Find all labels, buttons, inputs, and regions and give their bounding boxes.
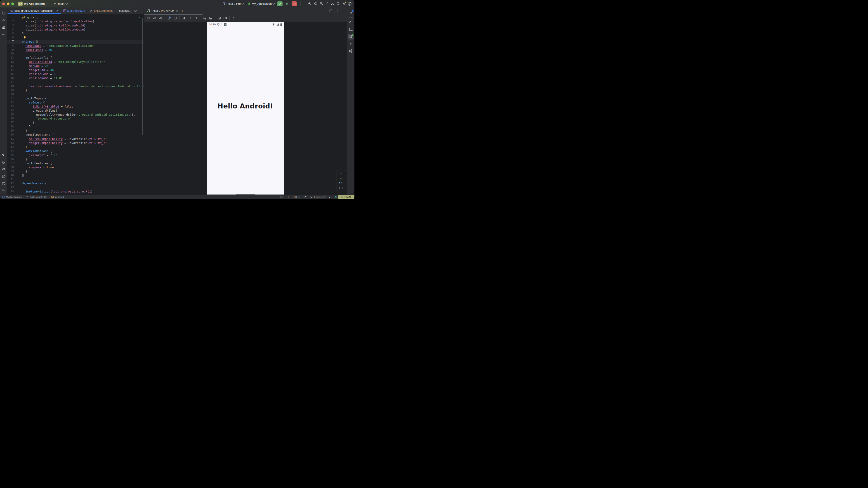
line-number[interactable]: 12 <box>7 60 16 64</box>
caret-position[interactable]: 7:9 <box>280 196 283 198</box>
fit-to-window-icon[interactable] <box>339 187 342 189</box>
code-line[interactable]: 44 implementation(libs.androidx.core.ktx… <box>7 190 144 194</box>
sidebar-item-build[interactable] <box>1 152 6 158</box>
run-config-selector[interactable]: My_Application <box>246 2 275 6</box>
line-number[interactable]: 42 <box>7 182 16 186</box>
close-window-button[interactable] <box>2 2 5 5</box>
line-number[interactable]: 3 <box>7 24 16 28</box>
emulator-display-area[interactable]: 10:20 A Hello Android! <box>144 22 347 195</box>
sidebar-item-plane[interactable] <box>348 48 354 54</box>
code-line[interactable]: 36 } <box>7 157 144 161</box>
code-line[interactable]: 11 defaultConfig { <box>7 56 144 60</box>
code-line[interactable]: 6 <box>7 36 144 40</box>
code-line[interactable]: 24 proguardFiles( <box>7 109 144 113</box>
zoom-window-button[interactable] <box>11 2 14 5</box>
line-number[interactable]: 1 <box>7 15 16 20</box>
line-number[interactable]: 2 <box>7 20 16 24</box>
line-number[interactable]: 37 <box>7 161 16 165</box>
code-line[interactable]: 29 } <box>7 129 144 133</box>
rotate-right-button[interactable] <box>173 15 178 21</box>
code-line[interactable]: 8 namespace = "com.example.myapplication… <box>7 44 144 48</box>
sidebar-item-device-manager[interactable] <box>348 26 354 32</box>
line-number[interactable]: 10 <box>7 52 16 56</box>
line-number[interactable]: 7 <box>7 40 16 44</box>
keyboard-button[interactable] <box>202 15 207 21</box>
zoom-ratio-button[interactable]: 1:1 <box>339 182 343 185</box>
line-number[interactable]: 8 <box>7 44 16 48</box>
project-widget[interactable]: MA My Application <box>18 2 48 6</box>
code-line[interactable]: 25 getDefaultProguardFile("proguard-andr… <box>7 113 144 117</box>
code-line[interactable]: 22 release { <box>7 101 144 105</box>
code-line[interactable]: 30 compileOptions { <box>7 133 144 137</box>
editor-scrollbar[interactable] <box>142 18 143 135</box>
snapshot-restore-button[interactable] <box>231 15 237 21</box>
line-number[interactable]: 22 <box>7 101 16 105</box>
code-line[interactable]: 10 <box>7 52 144 56</box>
code-line[interactable]: 4 alias(libs.plugins.kotlin.compose) <box>7 28 144 32</box>
code-line[interactable]: 39 } <box>7 169 144 173</box>
sidebar-item-project[interactable] <box>1 10 6 16</box>
search-icon[interactable] <box>336 2 340 6</box>
volume-down-button[interactable] <box>158 15 163 21</box>
sidebar-item-problems[interactable] <box>1 173 6 180</box>
gradle-sync-icon[interactable] <box>331 2 335 6</box>
code-line[interactable]: 35 jvmTarget = "11" <box>7 153 144 157</box>
navigation-pill[interactable] <box>236 194 255 195</box>
code-line[interactable]: 40} <box>7 173 144 177</box>
ideavim-icon[interactable]: V <box>335 195 337 199</box>
screen-record-button[interactable] <box>222 15 228 21</box>
line-number[interactable]: 34 <box>7 149 16 153</box>
code-line[interactable]: 16 versionName = "1.0" <box>7 76 144 80</box>
debug-button[interactable] <box>284 1 290 6</box>
breadcrumb-file[interactable]: build.gradle.kts <box>26 195 47 199</box>
line-number[interactable]: 29 <box>7 129 16 133</box>
code-line[interactable]: 37 buildFeatures { <box>7 161 144 165</box>
close-tab-icon[interactable]: ✕ <box>176 9 178 12</box>
line-number[interactable]: 18 <box>7 84 16 88</box>
line-number[interactable]: 39 <box>7 169 16 173</box>
line-number[interactable]: 28 <box>7 125 16 129</box>
zoom-in-button[interactable]: + <box>340 171 342 175</box>
emulator-tab[interactable]: Pixel 9 Pro API 34 ✕ <box>146 9 180 12</box>
volume-up-button[interactable] <box>152 15 157 21</box>
code-line[interactable]: 9 compileSdk = 36 <box>7 48 144 52</box>
rotate-left-button[interactable] <box>166 15 172 21</box>
home-button[interactable] <box>187 15 193 21</box>
unlocked-icon[interactable] <box>329 195 332 199</box>
breadcrumb-element[interactable]: android <box>51 195 64 199</box>
tab-build-gradle[interactable]: build.gradle.kts (My Application) ✕ <box>7 7 61 14</box>
code-line[interactable]: 21 buildTypes { <box>7 96 144 101</box>
code-line[interactable]: 1plugins { <box>7 15 144 20</box>
line-number[interactable]: 9 <box>7 48 16 52</box>
line-number[interactable]: 15 <box>7 72 16 76</box>
device-selector[interactable]: Pixel 9 Pro <box>221 2 244 6</box>
code-line[interactable]: 3 alias(libs.plugins.kotlin.android) <box>7 24 144 28</box>
line-number[interactable]: 30 <box>7 133 16 137</box>
line-number[interactable]: 35 <box>7 153 16 157</box>
sidebar-item-terminal[interactable] <box>1 181 6 187</box>
line-number[interactable]: 21 <box>7 96 16 101</box>
tab-settings-gradle[interactable]: settings.g <box>116 7 133 14</box>
code-line[interactable]: 13 minSdk = 24 <box>7 64 144 68</box>
code-line[interactable]: 20 <box>7 92 144 96</box>
settings-button[interactable] <box>342 2 346 6</box>
code-line[interactable]: 18 testInstrumentationRunner = "androidx… <box>7 84 144 88</box>
line-number[interactable]: 17 <box>7 80 16 84</box>
indent-widget[interactable]: 2 spaces* <box>310 195 326 199</box>
sidebar-item-running-devices[interactable] <box>348 34 354 39</box>
line-number[interactable]: 24 <box>7 109 16 113</box>
code-line[interactable]: 7android { <box>7 40 144 44</box>
zoom-out-button[interactable]: − <box>340 177 342 180</box>
more-vertical-icon[interactable] <box>336 9 339 12</box>
more-vertical-icon[interactable] <box>138 9 142 12</box>
code-line[interactable]: 2 alias(libs.plugins.android.application… <box>7 20 144 24</box>
code-line[interactable]: 17 <box>7 80 144 84</box>
intention-bulb-icon[interactable] <box>23 36 26 39</box>
code-line[interactable]: 41 <box>7 177 144 182</box>
ai-spark-off-icon[interactable] <box>303 195 307 199</box>
device-screen[interactable]: 10:20 A Hello Android! <box>207 22 284 195</box>
code-line[interactable]: 34 kotlinOptions { <box>7 149 144 153</box>
line-number[interactable]: 20 <box>7 92 16 96</box>
file-encoding[interactable]: UTF-8 <box>293 196 300 198</box>
overview-button[interactable] <box>193 15 198 21</box>
